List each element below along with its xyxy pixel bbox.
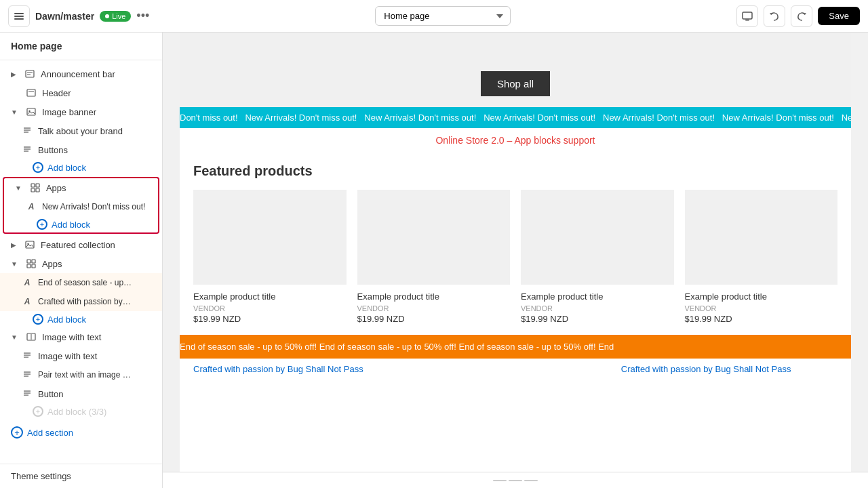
live-dot	[105, 14, 109, 18]
page-canvas: Shop all Don't miss out! New Arrivals! D…	[180, 33, 851, 472]
svg-rect-19	[36, 184, 39, 187]
hero-section: Shop all	[180, 33, 851, 107]
svg-rect-26	[27, 264, 31, 268]
content-area: Shop all Don't miss out! New Arrivals! D…	[163, 33, 868, 488]
menu-icon[interactable]	[8, 5, 30, 27]
product-price-0: $19.99 NZD	[193, 314, 347, 324]
announcement-bar-label: Announcement bar	[41, 69, 115, 79]
crafted-label: Crafted with passion by Bug Sha...	[38, 297, 133, 306]
crafted-text-2: Crafted with passion by Bug Shall Not Pa…	[621, 364, 791, 374]
product-image-1	[357, 190, 511, 285]
add-section-button[interactable]: + Add section	[0, 420, 162, 445]
sidebar-item-announcement-bar[interactable]: ▶ Announcement bar	[0, 64, 162, 83]
theme-settings-button[interactable]: Theme settings	[0, 464, 162, 488]
buttons-label: Buttons	[38, 145, 68, 155]
sidebar-item-buttons[interactable]: Buttons	[0, 140, 162, 159]
product-vendor-2: VENDOR	[521, 304, 674, 312]
apps-2-label: Apps	[42, 259, 62, 269]
apps-1-highlighted-box: ▼ Apps A New Arrivals! Don't miss out! +…	[3, 177, 159, 234]
app-blocks-text: Online Store 2.0 – App blocks support	[435, 135, 595, 146]
svg-rect-2	[14, 18, 24, 20]
save-button[interactable]: Save	[818, 7, 860, 25]
sidebar-item-image-with-text[interactable]: ▼ Image with text	[0, 327, 162, 346]
text-icon-1	[22, 125, 33, 136]
redo-icon[interactable]	[791, 5, 812, 27]
add-block-4-label: Add block (3/3)	[47, 407, 106, 417]
product-image-2	[521, 190, 674, 285]
sidebar-item-crafted[interactable]: A Crafted with passion by Bug Sha...	[0, 292, 162, 311]
sidebar-item-apps-1[interactable]: ▼ Apps	[4, 178, 158, 197]
chevron-down-icon: ▼	[11, 108, 18, 116]
sidebar-item-pair-text[interactable]: Pair text with an image to focus ...	[0, 365, 162, 384]
text-icon-2	[22, 144, 33, 155]
font-icon-3: A	[22, 296, 33, 307]
sidebar-item-image-banner[interactable]: ▼ Image banner	[0, 102, 162, 121]
marquee-text: Don't miss out! New Arrivals! Don't miss…	[180, 113, 851, 123]
svg-rect-24	[27, 260, 31, 263]
live-label: Live	[112, 12, 125, 20]
chevron-right-icon: ▶	[11, 70, 16, 78]
sidebar-content: ▶ Announcement bar Header ▼	[0, 60, 162, 464]
svg-rect-10	[27, 108, 35, 115]
add-block-3-button[interactable]: + Add block	[0, 311, 162, 327]
add-icon-2: +	[37, 219, 47, 230]
chevron-down-icon-3: ▼	[11, 260, 18, 268]
app-blocks-banner: Online Store 2.0 – App blocks support	[180, 128, 851, 152]
live-badge: Live	[100, 11, 131, 22]
add-section-label: Add section	[27, 428, 73, 438]
sidebar-item-talk-about-brand[interactable]: Talk about your brand	[0, 121, 162, 140]
shop-all-button[interactable]: Shop all	[481, 71, 550, 96]
add-block-1-label: Add block	[47, 163, 86, 173]
add-icon-4: +	[33, 406, 43, 417]
add-block-2-button[interactable]: + Add block	[4, 216, 158, 232]
sidebar-item-end-of-season[interactable]: A End of season sale - up to 50% ...	[0, 273, 162, 292]
page-selector[interactable]: Home page About Contact Blog	[375, 6, 511, 26]
product-title-3: Example product title	[685, 291, 838, 302]
sidebar-item-featured-collection[interactable]: ▶ Featured collection	[0, 235, 162, 254]
chevron-right-icon-2: ▶	[11, 241, 16, 249]
sidebar-item-apps-2[interactable]: ▼ Apps	[0, 254, 162, 273]
image-with-text-label: Image with text	[42, 332, 101, 342]
add-block-3-label: Add block	[47, 314, 86, 325]
product-vendor-0: VENDOR	[193, 304, 347, 312]
sidebar-item-header[interactable]: Header	[0, 83, 162, 102]
svg-rect-20	[31, 188, 35, 192]
drag-handle[interactable]	[493, 480, 538, 481]
more-button[interactable]: •••	[136, 9, 149, 23]
product-card-2: Example product title VENDOR $19.99 NZD	[521, 190, 674, 324]
topbar: Dawn/master Live ••• Home page About Con…	[0, 0, 868, 33]
svg-rect-18	[31, 184, 35, 187]
add-block-4-button: + Add block (3/3)	[0, 403, 162, 420]
sidebar-item-image-text-sub[interactable]: Image with text	[0, 346, 162, 365]
svg-rect-5	[26, 70, 34, 77]
product-title-2: Example product title	[521, 291, 674, 302]
apps-2-icon	[26, 258, 37, 269]
add-block-1-button[interactable]: + Add block	[0, 159, 162, 176]
main-layout: Home page ▶ Announcement bar Header ▼	[0, 33, 868, 488]
crafted-bar: Crafted with passion by Bug Shall Not Pa…	[180, 359, 851, 380]
desktop-view-icon[interactable]	[736, 5, 758, 27]
product-vendor-1: VENDOR	[357, 304, 511, 312]
undo-icon[interactable]	[764, 5, 785, 27]
crafted-text-1: Crafted with passion by Bug Shall Not Pa…	[193, 364, 363, 374]
talk-about-brand-label: Talk about your brand	[38, 126, 123, 136]
orange-bar: End of season sale - up to 50% off! End …	[180, 335, 851, 359]
end-of-season-label: End of season sale - up to 50% ...	[38, 278, 133, 287]
orange-bar-text: End of season sale - up to 50% off! End …	[180, 342, 614, 352]
chevron-down-icon-4: ▼	[11, 333, 18, 341]
text-icon-3	[22, 350, 33, 361]
new-arrivals-label: New Arrivals! Don't miss out!	[42, 202, 145, 211]
product-grid: Example product title VENDOR $19.99 NZD …	[193, 190, 837, 324]
featured-collection-label: Featured collection	[41, 240, 115, 250]
font-icon-1: A	[26, 201, 37, 212]
svg-rect-3	[743, 12, 752, 19]
svg-rect-8	[27, 89, 35, 96]
topbar-center: Home page About Contact Blog	[156, 6, 730, 26]
sidebar-item-button[interactable]: Button	[0, 384, 162, 403]
sidebar-item-new-arrivals[interactable]: A New Arrivals! Don't miss out!	[4, 197, 158, 216]
apps-1-icon	[30, 182, 41, 193]
bottom-bar	[163, 472, 868, 488]
button-label: Button	[38, 389, 64, 399]
text-icon-5	[22, 388, 33, 399]
product-vendor-3: VENDOR	[685, 304, 838, 312]
